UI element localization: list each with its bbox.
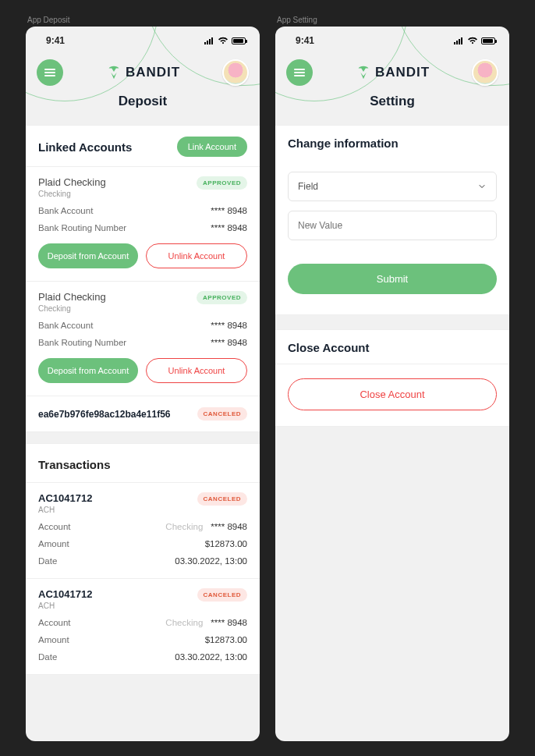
tx-account-label: Account [38,618,71,627]
linked-accounts-title: Linked Accounts [38,140,132,154]
close-account-button[interactable]: Close Account [288,378,497,410]
new-value-input[interactable] [288,211,497,240]
tx-amount-value: $12873.00 [205,539,247,548]
routing-label: Bank Routing Number [38,223,126,232]
account-name: Plaid Checking [38,291,106,303]
tx-date-label: Date [38,652,57,662]
deposit-from-account-button[interactable]: Deposit from Account [38,243,138,268]
link-account-button[interactable]: Link Account [177,137,247,157]
change-information-section: Change information Field Submit [275,125,509,315]
transaction-ref: AC1041712 [38,588,92,600]
transaction-ref: AC1041712 [38,492,92,504]
change-information-title: Change information [288,137,399,150]
status-time: 9:41 [296,35,314,46]
signal-icon [454,37,462,44]
frame-label-setting: App Setting [275,16,509,24]
tx-account-label: Account [38,522,71,531]
tx-account-value: **** 8948 [211,618,247,627]
menu-button[interactable] [37,59,63,86]
linked-account-card: Plaid Checking Checking APPROVED Bank Ac… [26,281,260,396]
chevron-down-icon [477,182,487,191]
transactions-section: Transactions AC1041712 ACH CANCELED Acco… [26,443,260,675]
tx-amount-value: $12873.00 [205,635,247,644]
linked-accounts-section: Linked Accounts Link Account Plaid Check… [26,125,260,432]
account-subtype: Checking [38,190,106,198]
tx-account-type: Checking [165,522,203,531]
frame-label-deposit: App Deposit [26,16,260,24]
transaction-type: ACH [38,506,92,514]
transaction-card: AC1041712 ACH CANCELED Account Checking … [26,482,260,578]
phone-setting: 9:41 BANDIT Setting [275,27,509,741]
close-account-title: Close Account [288,341,369,354]
brand-logo: BANDIT [355,64,430,81]
routing-value: **** 8948 [211,338,247,347]
transactions-title: Transactions [26,444,260,482]
unlink-account-button[interactable]: Unlink Account [146,358,247,383]
status-badge: CANCELED [197,492,247,506]
deposit-from-account-button[interactable]: Deposit from Account [38,358,138,383]
bank-account-label: Bank Account [38,206,93,215]
status-badge: CANCELED [197,588,247,602]
avatar[interactable] [222,59,249,86]
transaction-type: ACH [38,602,92,610]
wifi-icon [467,37,478,44]
account-subtype: Checking [38,304,106,313]
hash-value: ea6e7b976fe98ac12ba4e11f56 [38,409,170,420]
field-select-label: Field [298,181,318,192]
menu-button[interactable] [286,59,313,86]
submit-button[interactable]: Submit [288,264,497,294]
linked-account-card: Plaid Checking Checking APPROVED Bank Ac… [26,166,260,281]
tx-date-value: 03.30.2022, 13:00 [175,556,247,566]
status-badge: APPROVED [197,176,247,190]
status-badge: APPROVED [197,291,247,304]
tx-amount-label: Amount [38,539,69,548]
bank-account-value: **** 8948 [211,321,247,330]
pending-hash-row: ea6e7b976fe98ac12ba4e11f56 CANCELED [26,396,260,431]
field-select[interactable]: Field [288,172,497,201]
signal-icon [204,37,213,44]
battery-icon [232,37,246,44]
tx-date-label: Date [38,556,57,566]
transaction-card: AC1041712 ACH CANCELED Account Checking … [26,578,260,674]
wifi-icon [218,37,229,44]
brand-logo: BANDIT [105,64,180,81]
tx-account-type: Checking [165,618,203,627]
tx-date-value: 03.30.2022, 13:00 [175,652,247,662]
page-title: Deposit [37,94,249,109]
account-name: Plaid Checking [38,176,106,188]
bandit-logo-icon [355,64,372,81]
battery-icon [481,37,495,44]
status-time: 9:41 [46,35,65,46]
routing-label: Bank Routing Number [38,338,126,347]
status-bar: 9:41 [275,27,509,55]
phone-deposit: 9:41 BANDIT Deposit [26,27,260,741]
status-badge: CANCELED [197,407,247,421]
bandit-logo-icon [105,64,122,81]
routing-value: **** 8948 [211,223,247,232]
bank-account-value: **** 8948 [211,206,247,215]
unlink-account-button[interactable]: Unlink Account [146,243,247,268]
bank-account-label: Bank Account [38,321,93,330]
page-title: Setting [286,94,498,109]
tx-account-value: **** 8948 [211,522,247,531]
tx-amount-label: Amount [38,635,69,644]
avatar[interactable] [472,59,498,86]
close-account-section: Close Account [275,329,509,364]
status-bar: 9:41 [26,27,260,55]
